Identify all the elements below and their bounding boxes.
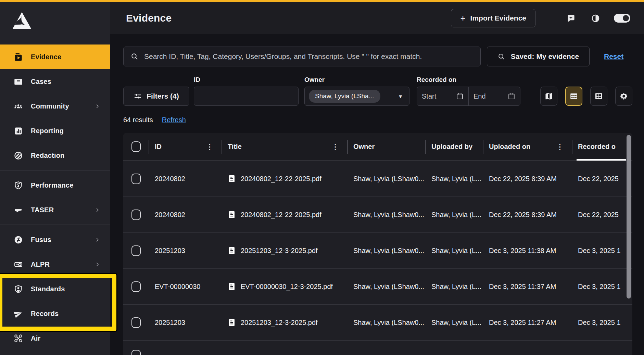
row-checkbox[interactable] [131, 317, 141, 328]
column-header-uploaded-by[interactable]: Uploaded by [425, 133, 483, 161]
sidebar-item-evidence[interactable]: Evidence [0, 45, 110, 69]
calendar-icon [508, 92, 515, 100]
row-title[interactable]: 20240802_12-22-2025.pdf [241, 211, 321, 219]
sidebar-item-community[interactable]: Community [0, 94, 110, 118]
table-row[interactable]: 20251203 20251203_12-3-2025.pdf Shaw, Ly… [123, 233, 632, 269]
sidebar-item-standards[interactable]: Standards [0, 277, 110, 301]
row-checkbox[interactable] [131, 210, 141, 220]
row-uploaded-on [483, 341, 572, 355]
toggle-knob [623, 15, 629, 21]
sidebar-nav: Evidence Cases Community Reporting Redac… [0, 45, 110, 351]
chevron-right-icon [95, 207, 100, 213]
sidebar-item-performance[interactable]: Performance [0, 173, 110, 198]
row-id: 20240802 [149, 197, 222, 232]
row-uploaded-by: Shaw, Lyvia (L... [425, 305, 483, 340]
sidebar-item-cases[interactable]: Cases [0, 69, 110, 94]
id-filter-label: ID [194, 76, 299, 84]
plus-icon: + [460, 14, 465, 23]
row-title[interactable]: EVT-00000030_12-3-2025.pdf [241, 283, 333, 291]
sidebar-item-fusus[interactable]: Fusus [0, 227, 110, 252]
end-date-input[interactable]: End [468, 87, 520, 105]
header-separator [548, 12, 548, 25]
table-row-partial[interactable] [123, 341, 632, 355]
reset-link[interactable]: Reset [604, 52, 623, 61]
column-menu-icon[interactable]: ⋮ [327, 143, 344, 151]
sidebar-item-taser[interactable]: TASER [0, 198, 110, 222]
row-title[interactable]: 20240802_12-22-2025.pdf [241, 175, 321, 183]
start-date-input[interactable]: Start [417, 87, 468, 105]
row-uploaded-by: Shaw, Lyvia (L... [425, 197, 483, 232]
row-owner: Shaw, Lyvia (LShaw0... [347, 233, 425, 268]
chevron-down-icon: ▼ [398, 93, 403, 99]
id-filter-input[interactable] [194, 87, 299, 106]
row-uploaded-on: Dec 22, 2025 8:39 AM [483, 161, 572, 196]
page-title: Evidence [126, 12, 172, 24]
row-id: EVT-00000030 [149, 269, 222, 304]
row-id: 20251203 [149, 233, 222, 268]
table-icon [569, 92, 578, 101]
saved-search-button[interactable]: Saved: My evidence [487, 47, 590, 66]
table-header: ID ⋮ Title ⋮ Owner Uploaded by Uploaded … [123, 133, 632, 161]
row-checkbox[interactable] [131, 245, 141, 256]
feedback-icon[interactable] [564, 11, 578, 25]
table-row[interactable]: EVT-00000030 EVT-00000030_12-3-2025.pdf … [123, 269, 632, 305]
row-checkbox[interactable] [131, 281, 141, 292]
alpr-icon [13, 259, 23, 269]
gear-icon [619, 92, 628, 101]
top-accent-bar [0, 0, 644, 2]
sidebar-item-records[interactable]: Records [0, 301, 110, 326]
column-header-recorded-o[interactable]: Recorded o [572, 133, 632, 161]
fusus-icon [13, 234, 23, 245]
row-title[interactable]: 20251203_12-3-2025.pdf [241, 247, 318, 255]
redaction-icon [13, 150, 23, 161]
owner-filter-select[interactable]: Shaw, Lyvia (LSha... ▼ [304, 87, 409, 106]
map-view-button[interactable] [540, 87, 557, 106]
column-header-id[interactable]: ID ⋮ [149, 133, 222, 161]
table-row[interactable]: 20240802 20240802_12-22-2025.pdf Shaw, L… [123, 161, 632, 197]
table-row[interactable]: 20251203 20251203_12-3-2025.pdf Shaw, Ly… [123, 305, 632, 341]
owner-chip[interactable]: Shaw, Lyvia (LSha... [309, 90, 380, 103]
row-owner: Shaw, Lyvia (LShaw0... [347, 197, 425, 232]
import-evidence-button[interactable]: + Import Evidence [451, 9, 535, 27]
row-recorded-on: Dec 3, 2025 1 [572, 269, 632, 304]
cases-icon [13, 76, 23, 87]
row-id: 20240802 [149, 161, 222, 196]
axon-logo[interactable] [0, 2, 110, 45]
owner-filter-label: Owner [304, 76, 409, 84]
row-owner: Shaw, Lyvia (LShaw0... [347, 269, 425, 304]
column-header-title[interactable]: Title ⋮ [222, 133, 347, 161]
row-checkbox[interactable] [131, 174, 141, 184]
search-input[interactable] [144, 52, 473, 61]
theme-toggle[interactable] [614, 14, 630, 23]
chevron-right-icon [95, 237, 100, 242]
row-checkbox[interactable] [131, 350, 141, 355]
filters-button[interactable]: Filters (4) [123, 87, 189, 106]
sidebar-item-alpr[interactable]: ALPR [0, 252, 110, 277]
map-icon [544, 92, 553, 101]
contrast-icon[interactable] [589, 11, 602, 25]
vertical-scrollbar[interactable] [627, 135, 631, 299]
sidebar-item-air[interactable]: Air [0, 326, 110, 351]
row-recorded-on [572, 341, 632, 355]
row-title[interactable]: 20251203_12-3-2025.pdf [241, 319, 318, 327]
sidebar-divider [0, 170, 110, 170]
table-view-button[interactable] [565, 87, 582, 106]
select-all-checkbox[interactable] [131, 141, 141, 152]
document-icon [228, 210, 236, 219]
calendar-icon [456, 92, 464, 100]
row-uploaded-by [425, 341, 483, 355]
cards-view-button[interactable] [590, 87, 607, 106]
row-owner: Shaw, Lyvia (LShaw0... [347, 305, 425, 340]
table-row[interactable]: 20240802 20240802_12-22-2025.pdf Shaw, L… [123, 197, 632, 233]
column-header-owner[interactable]: Owner [347, 133, 425, 161]
row-uploaded-on: Dec 3, 2025 11:37 AM [483, 269, 572, 304]
sidebar-item-redaction[interactable]: Redaction [0, 143, 110, 168]
refresh-link[interactable]: Refresh [162, 116, 186, 124]
column-header-uploaded-on[interactable]: Uploaded on ⋮ [483, 133, 572, 161]
column-menu-icon[interactable]: ⋮ [552, 143, 568, 151]
sidebar-item-reporting[interactable]: Reporting [0, 118, 110, 143]
column-menu-icon[interactable]: ⋮ [201, 143, 218, 151]
chevron-right-icon [95, 104, 100, 109]
standards-icon [13, 284, 23, 294]
settings-button[interactable] [615, 87, 632, 106]
